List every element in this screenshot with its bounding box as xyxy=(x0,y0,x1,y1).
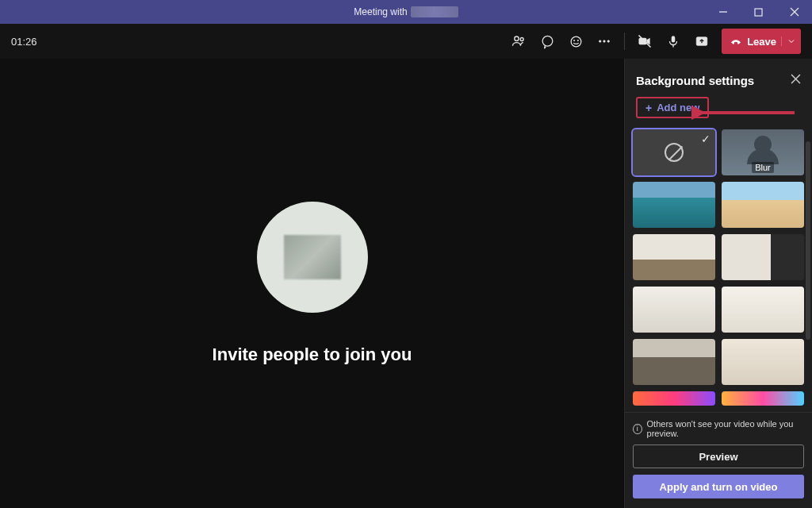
panel-scrollbar[interactable] xyxy=(806,141,810,340)
hangup-icon xyxy=(730,35,742,48)
invite-text: Invite people to join you xyxy=(213,344,412,365)
check-icon: ✓ xyxy=(701,133,710,145)
svg-point-11 xyxy=(603,40,605,42)
toolbar-actions: Leave xyxy=(505,28,801,55)
svg-point-8 xyxy=(573,40,574,40)
background-option[interactable] xyxy=(722,234,804,280)
window-title: Meeting with xyxy=(354,6,458,17)
avatar-image xyxy=(284,235,341,279)
leave-button[interactable]: Leave xyxy=(722,29,801,54)
background-option[interactable] xyxy=(633,182,715,228)
background-option[interactable] xyxy=(633,287,715,333)
leave-label: Leave xyxy=(747,36,776,48)
camera-off-icon[interactable] xyxy=(631,28,658,55)
chevron-down-icon xyxy=(787,37,796,46)
title-prefix: Meeting with xyxy=(354,6,407,17)
add-new-label: Add new xyxy=(657,102,699,114)
meeting-timer: 01:26 xyxy=(11,36,37,48)
share-screen-icon[interactable] xyxy=(688,28,715,55)
info-icon: i xyxy=(633,424,642,434)
background-option[interactable] xyxy=(722,391,804,406)
blur-label: Blur xyxy=(752,162,774,173)
title-name-redacted xyxy=(411,6,458,17)
none-icon xyxy=(665,143,684,162)
svg-point-7 xyxy=(571,37,581,47)
avatar xyxy=(257,202,368,313)
background-option[interactable] xyxy=(722,339,804,385)
main-area: Invite people to join you Background set… xyxy=(0,59,812,508)
preview-label: Preview xyxy=(699,451,737,463)
leave-chevron[interactable] xyxy=(781,37,796,46)
svg-point-10 xyxy=(599,40,601,42)
info-text: Others won't see your video while you pr… xyxy=(647,419,804,438)
close-icon xyxy=(791,74,801,84)
background-option[interactable] xyxy=(633,234,715,280)
background-option-none[interactable]: ✓ xyxy=(633,129,715,175)
participants-icon[interactable] xyxy=(505,28,532,55)
svg-rect-15 xyxy=(672,36,676,42)
meeting-toolbar: 01:26 Leave xyxy=(0,24,812,59)
background-option-blur[interactable]: Blur xyxy=(722,129,804,175)
preview-button[interactable]: Preview xyxy=(633,444,804,468)
close-window-button[interactable] xyxy=(776,0,812,24)
panel-footer: i Others won't see your video while you … xyxy=(625,412,812,508)
preview-info: i Others won't see your video while you … xyxy=(633,419,804,438)
apply-label: Apply and turn on video xyxy=(660,481,778,493)
svg-point-5 xyxy=(520,38,523,41)
svg-point-6 xyxy=(542,36,553,46)
apply-button[interactable]: Apply and turn on video xyxy=(633,475,804,498)
background-settings-panel: Background settings + Add new ✓ Blur xyxy=(624,59,812,508)
svg-point-9 xyxy=(577,40,578,40)
maximize-button[interactable] xyxy=(741,0,776,24)
toolbar-divider xyxy=(624,33,625,50)
meeting-stage: Invite people to join you xyxy=(0,59,624,508)
add-new-button[interactable]: + Add new xyxy=(636,97,709,118)
window-controls xyxy=(705,0,812,24)
svg-point-12 xyxy=(607,40,609,42)
window-titlebar: Meeting with xyxy=(0,0,812,24)
microphone-icon[interactable] xyxy=(660,28,687,55)
background-option[interactable] xyxy=(633,391,715,406)
svg-rect-1 xyxy=(755,9,762,16)
svg-point-4 xyxy=(515,37,519,40)
background-grid: ✓ Blur xyxy=(625,125,812,409)
panel-title: Background settings xyxy=(636,74,754,87)
background-option[interactable] xyxy=(722,287,804,333)
chat-icon[interactable] xyxy=(534,28,561,55)
background-option[interactable] xyxy=(722,182,804,228)
panel-header: Background settings xyxy=(625,59,812,94)
more-actions-icon[interactable] xyxy=(591,28,618,55)
reactions-icon[interactable] xyxy=(562,28,589,55)
background-option[interactable] xyxy=(633,339,715,385)
minimize-button[interactable] xyxy=(705,0,741,24)
panel-close-button[interactable] xyxy=(791,73,801,87)
plus-icon: + xyxy=(645,102,652,114)
